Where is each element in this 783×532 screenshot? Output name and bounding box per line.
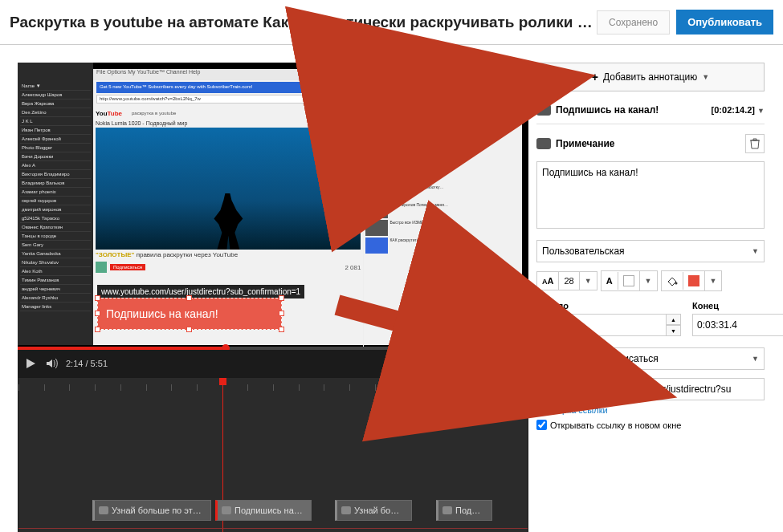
bg-color-control[interactable]: ▼	[661, 270, 723, 291]
svg-point-0	[675, 282, 677, 285]
timeline[interactable]: Узнай больше по эт…Подпишись на…Узнай бо…	[18, 377, 528, 532]
vi-banner: Get 5 new YouTube™ Subscribers every day…	[96, 82, 519, 93]
font-color-control[interactable]: A ▼	[601, 270, 658, 291]
timeline-clip[interactable]: Узнай бо…	[335, 500, 412, 521]
video-player[interactable]: Name ▼Александр ШаровВера ЖарковаDes Zet…	[18, 63, 528, 377]
youtube-logo: YouTube	[96, 110, 122, 117]
mini-subscribe: Подписаться	[110, 264, 145, 270]
link-url-input[interactable]	[536, 378, 765, 400]
annotation-text: Подпишись на канал!	[106, 307, 218, 320]
video-left-panel: Name ▼Александр ШаровВера ЖарковаDes Zet…	[18, 63, 93, 345]
publish-button[interactable]: Опубликовать	[676, 10, 773, 35]
volume-button[interactable]	[45, 357, 58, 370]
fullscreen-button[interactable]	[511, 358, 522, 369]
start-label: Начало	[536, 301, 681, 311]
page-title: Раскрутка в youtube на автомате Как авто…	[10, 14, 597, 31]
clip-label: Подпишись на…	[234, 506, 303, 515]
note-label: Примечание	[556, 138, 615, 149]
font-size-control[interactable]: AA 28 ▼	[536, 271, 597, 290]
speech-bubble-icon	[341, 506, 351, 514]
speech-bubble-icon	[99, 506, 108, 514]
play-button[interactable]	[24, 357, 37, 370]
speech-bubble-icon	[536, 104, 551, 116]
link-type-select[interactable]: Подписаться▼	[595, 347, 765, 370]
pv-thumb	[96, 128, 361, 250]
saved-status: Сохранено	[597, 10, 670, 35]
selected-annotation-title: Подпишись на канал!	[556, 104, 659, 116]
paint-bucket-icon	[667, 276, 678, 286]
annotation-text-input[interactable]	[536, 161, 765, 229]
time-display: 2:14 / 5:51	[66, 359, 108, 368]
link-checkbox[interactable]: Ссылка	[536, 353, 587, 364]
check-link[interactable]: Проверка ссылки	[536, 405, 608, 415]
mini-views: 2 081	[345, 264, 361, 271]
timeline-clip[interactable]: Подпишись на…	[215, 500, 312, 521]
pv-title: Nokia Lumia 1020 - Подводный мир	[96, 119, 361, 128]
chevron-down-icon: ▼	[702, 73, 709, 81]
suggestions-rail: Как раскрутить видео на yo… 3 ошибки нач…	[363, 105, 522, 348]
start-time-input[interactable]	[536, 314, 667, 336]
gold-title: "ЗОЛОТЫЕ" правила раскрутки через YouTub…	[96, 250, 361, 260]
annotation-url-tooltip: www.youtube.com/user/justdirectru?sub_co…	[97, 285, 304, 298]
trash-icon	[750, 138, 760, 149]
end-time-input[interactable]	[692, 314, 783, 336]
vi-url-bar: http://www.youtube.com/watch?v=2bxL2Nq_7…	[96, 95, 519, 104]
timeline-clip[interactable]: Узнай больше по эт…	[92, 500, 211, 521]
vi-search: раскрутка в youtube	[132, 111, 176, 116]
end-label: Конец	[692, 301, 783, 311]
speech-bubble-icon	[222, 506, 231, 514]
start-up[interactable]: ▲	[667, 314, 681, 325]
annotation-overlay[interactable]: Подпишись на канал!	[97, 298, 282, 330]
clip-label: Под…	[455, 506, 480, 515]
selected-annotation-time: [0:02:14.2] ▼	[712, 105, 765, 115]
note-icon	[536, 138, 551, 149]
speech-bubble-icon	[442, 506, 452, 514]
delete-button[interactable]	[745, 134, 765, 153]
cc-button[interactable]: CC	[481, 359, 498, 368]
open-new-window-checkbox[interactable]: Открывать ссылку в новом окне	[536, 420, 765, 430]
vi-menu: File Options My YouTube™ Channel Help	[93, 69, 522, 80]
style-select[interactable]: Пользовательская▼	[536, 240, 765, 262]
timeline-clip[interactable]: Под…	[436, 500, 492, 521]
start-down[interactable]: ▼	[667, 325, 681, 336]
clip-label: Узнай бо…	[354, 506, 399, 515]
add-annotation-button[interactable]: + Добавить аннотацию ▼	[536, 63, 765, 91]
clip-label: Узнай больше по эт…	[112, 506, 202, 515]
plus-icon: +	[592, 71, 598, 83]
